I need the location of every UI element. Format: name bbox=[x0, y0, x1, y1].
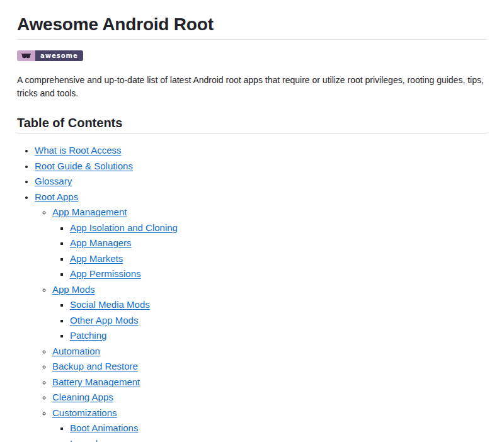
toc-item-app-managers: App Managers bbox=[70, 237, 487, 250]
toc-item-patching: Patching bbox=[70, 329, 487, 343]
toc-item-app-isolation-and-cloning: App Isolation and Cloning bbox=[70, 222, 487, 235]
toc-item-what-is-root-access: What is Root Access bbox=[35, 144, 487, 157]
toc-link-social-media-mods[interactable]: Social Media Mods bbox=[70, 299, 150, 310]
toc-item-other-app-mods: Other App Mods bbox=[70, 314, 487, 327]
toc-link-app-management[interactable]: App Management bbox=[52, 207, 127, 217]
toc-link-root-guide-solutions[interactable]: Root Guide & Solutions bbox=[35, 161, 133, 171]
badge-row: awesome bbox=[17, 50, 487, 61]
sunglasses-icon bbox=[17, 50, 35, 61]
toc-item-root-apps: Root AppsApp ManagementApp Isolation and… bbox=[35, 191, 487, 442]
toc-link-automation[interactable]: Automation bbox=[52, 346, 100, 356]
toc-item-boot-animations: Boot Animations bbox=[70, 422, 487, 435]
toc-link-glossary[interactable]: Glossary bbox=[35, 176, 72, 186]
toc-list-level-1: What is Root AccessRoot Guide & Solution… bbox=[17, 144, 487, 442]
toc-link-other-app-mods[interactable]: Other App Mods bbox=[70, 315, 138, 326]
toc-link-boot-animations[interactable]: Boot Animations bbox=[70, 422, 138, 433]
toc-link-backup-and-restore[interactable]: Backup and Restore bbox=[52, 361, 138, 371]
toc-item-app-permissions: App Permissions bbox=[70, 268, 487, 281]
toc-list-level-3: App Isolation and CloningApp ManagersApp… bbox=[52, 222, 487, 281]
toc-link-app-permissions[interactable]: App Permissions bbox=[70, 268, 141, 279]
toc-heading: Table of Contents bbox=[17, 115, 487, 134]
awesome-badge[interactable]: awesome bbox=[17, 50, 83, 61]
toc-item-battery-management: Battery Management bbox=[52, 376, 487, 389]
toc-link-battery-management[interactable]: Battery Management bbox=[52, 377, 140, 387]
toc-item-app-mods: App ModsSocial Media ModsOther App ModsP… bbox=[52, 283, 487, 343]
toc-item-app-markets: App Markets bbox=[70, 252, 487, 266]
repo-description: A comprehensive and up-to-date list of l… bbox=[17, 74, 487, 100]
toc-item-backup-and-restore: Backup and Restore bbox=[52, 360, 487, 373]
toc-list-level-3: Social Media ModsOther App ModsPatching bbox=[52, 298, 487, 343]
toc-item-root-guide-solutions: Root Guide & Solutions bbox=[35, 160, 487, 173]
toc-item-customizations: CustomizationsBoot AnimationsLaunchers bbox=[52, 407, 487, 442]
toc-link-app-markets[interactable]: App Markets bbox=[70, 253, 123, 264]
toc-link-app-mods[interactable]: App Mods bbox=[52, 284, 95, 295]
toc-list-level-2: App ManagementApp Isolation and CloningA… bbox=[35, 206, 487, 442]
toc-link-customizations[interactable]: Customizations bbox=[52, 407, 117, 418]
page-title: Awesome Android Root bbox=[17, 13, 487, 40]
toc-link-cleaning-apps[interactable]: Cleaning Apps bbox=[52, 392, 113, 402]
toc-item-social-media-mods: Social Media Mods bbox=[70, 298, 487, 312]
toc-item-cleaning-apps: Cleaning Apps bbox=[52, 391, 487, 404]
toc-link-launchers[interactable]: Launchers bbox=[70, 438, 114, 442]
toc-item-glossary: Glossary bbox=[35, 175, 487, 188]
toc-root: What is Root AccessRoot Guide & Solution… bbox=[17, 144, 487, 442]
toc-link-root-apps[interactable]: Root Apps bbox=[35, 191, 78, 202]
toc-item-automation: Automation bbox=[52, 345, 487, 358]
toc-link-app-managers[interactable]: App Managers bbox=[70, 237, 132, 248]
toc-item-app-management: App ManagementApp Isolation and CloningA… bbox=[52, 206, 487, 281]
toc-link-what-is-root-access[interactable]: What is Root Access bbox=[35, 145, 122, 156]
toc-link-app-isolation-and-cloning[interactable]: App Isolation and Cloning bbox=[70, 222, 178, 233]
toc-item-launchers: Launchers bbox=[70, 438, 487, 442]
toc-list-level-3: Boot AnimationsLaunchers bbox=[52, 422, 487, 442]
readme-page: Awesome Android Root awesome A comprehen… bbox=[0, 13, 504, 442]
toc-link-patching[interactable]: Patching bbox=[70, 330, 106, 341]
awesome-badge-label: awesome bbox=[35, 50, 83, 61]
